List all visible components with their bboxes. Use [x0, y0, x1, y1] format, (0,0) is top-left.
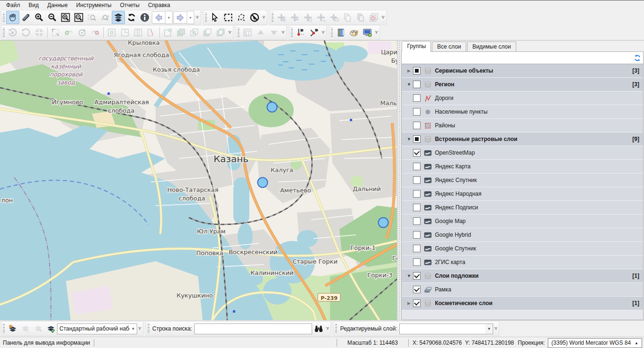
layer-tree-row[interactable]: Дороги [402, 91, 643, 105]
display-settings-button[interactable] [361, 26, 374, 39]
layer-tree-row[interactable]: Яндекс Спутник [402, 174, 643, 187]
tab-Группы[interactable]: Группы [402, 41, 431, 52]
overflow-icon[interactable]: ▼ [195, 11, 200, 24]
toolbar-grip[interactable] [272, 13, 273, 22]
layer-tree-row[interactable]: Яндекс Подписи [402, 201, 643, 215]
overflow-icon[interactable]: ▼ [321, 26, 326, 39]
snap-vertex-button[interactable] [307, 26, 321, 39]
zoom-in-button[interactable] [33, 11, 46, 24]
map-info-button[interactable] [138, 11, 151, 24]
expander-icon[interactable]: ▼ [405, 82, 413, 87]
overflow-icon[interactable]: ▼ [281, 26, 286, 39]
layer-checkbox[interactable] [413, 94, 421, 102]
history-forward-dropdown[interactable]: ▼ [187, 11, 194, 24]
pointer-select-button[interactable] [208, 11, 222, 24]
layer-checkbox[interactable] [413, 67, 421, 75]
layer-checkbox[interactable] [413, 299, 421, 307]
layer-checkbox[interactable] [413, 272, 421, 280]
layer-checkbox[interactable] [413, 204, 421, 211]
crop-region-button[interactable] [49, 26, 62, 39]
region-border-button[interactable] [118, 26, 132, 39]
zoom-in-region-button[interactable] [59, 11, 72, 24]
palette-button[interactable] [347, 26, 361, 39]
toolbar-grip[interactable] [3, 28, 5, 37]
measure-tool-button[interactable] [19, 11, 33, 24]
layer-tree-row[interactable]: Яндекс Карта [402, 160, 643, 174]
zoom-out-button[interactable] [46, 11, 59, 24]
rect-select-button[interactable] [222, 11, 235, 24]
map-marker[interactable] [379, 218, 388, 228]
layer-tree-row[interactable]: ▼Слои подложки[1] [402, 269, 643, 283]
zoom-to-layer-button[interactable] [99, 11, 112, 24]
region-split-button[interactable] [132, 26, 145, 39]
toolbar-grip[interactable] [3, 13, 5, 22]
layer-checkbox[interactable] [413, 231, 421, 239]
add-xy-button[interactable] [314, 11, 328, 24]
menu-Справка[interactable]: Справка [144, 1, 174, 10]
toolbar-grip[interactable] [148, 324, 149, 333]
pan-hand-button[interactable] [6, 11, 19, 24]
zoom-to-selection-button[interactable] [85, 11, 99, 24]
attribute-table-button[interactable] [241, 26, 254, 39]
layer-checkbox[interactable] [413, 81, 421, 88]
map-canvas[interactable]: КрыловкаЯгодная слободаКозья слободаИгум… [0, 41, 397, 320]
search-input[interactable] [194, 323, 312, 334]
chevron-down-icon[interactable]: ▼ [485, 323, 493, 334]
arc-add-node-button[interactable] [62, 26, 75, 39]
search-button[interactable] [312, 323, 325, 335]
expander-icon[interactable]: ▶ [405, 301, 413, 306]
polygon-symdiff-button[interactable] [214, 26, 227, 39]
toolbar-grip[interactable] [3, 324, 5, 333]
add-rectangle-button[interactable] [328, 11, 341, 24]
layer-tree-row[interactable]: Районы [402, 119, 643, 133]
history-forward-button[interactable] [173, 11, 187, 24]
layer-checkbox[interactable] [413, 149, 421, 157]
move-up-button[interactable] [254, 26, 267, 39]
menu-Отчеты[interactable]: Отчеты [116, 1, 143, 10]
polygon-select-button[interactable] [235, 11, 248, 24]
projection-combo[interactable]: (3395) World Mercator WGS 84 ▲ [548, 338, 642, 348]
expander-icon[interactable]: ▼ [405, 137, 413, 141]
layer-checkbox[interactable] [413, 108, 421, 116]
tab-Все слои[interactable]: Все слои [432, 41, 466, 52]
overflow-icon[interactable]: ▼ [261, 11, 266, 24]
overflow-icon[interactable]: ▼ [374, 26, 379, 39]
edit-layer-combo[interactable] [399, 323, 485, 334]
layer-checkbox[interactable] [413, 217, 421, 225]
paste-objects-button[interactable] [354, 11, 367, 24]
notebook-button[interactable] [334, 26, 347, 39]
undo-rotate-button[interactable] [19, 26, 33, 39]
layer-checkbox[interactable] [413, 122, 421, 129]
layer-tree-row[interactable]: ▶Косметические слои[1] [402, 297, 643, 310]
layer-tree-row[interactable]: 2ГИС карта [402, 256, 643, 269]
zoom-out-region-button[interactable] [72, 11, 85, 24]
clear-selection-button[interactable] [248, 11, 261, 24]
add-point-button[interactable] [275, 11, 288, 24]
layer-checkbox[interactable] [413, 245, 421, 252]
region-add-button[interactable] [105, 26, 118, 39]
layer-checkbox[interactable] [413, 190, 421, 198]
refresh-map-button[interactable] [125, 11, 138, 24]
region-cut-button[interactable] [145, 26, 158, 39]
overflow-icon[interactable]: ▼ [380, 11, 386, 24]
layer-filter-input[interactable] [402, 53, 632, 63]
workset-combo[interactable]: Стандартный рабочий набор ▼ [57, 323, 137, 334]
layer-tree-row[interactable]: Рамка [402, 283, 643, 297]
workset-export-button[interactable] [32, 323, 44, 335]
rotate-object-button[interactable] [75, 26, 89, 39]
layer-tree-row[interactable]: Google Спутник [402, 242, 643, 256]
overflow-icon[interactable]: ▼ [227, 26, 232, 39]
history-back-button[interactable] [152, 11, 165, 24]
polygon-union-button[interactable] [174, 26, 188, 39]
layer-checkbox[interactable] [413, 135, 421, 143]
map-marker[interactable] [267, 102, 277, 112]
undo-x-button[interactable] [6, 26, 19, 39]
layer-tree-row[interactable]: Google Hybrid [402, 228, 643, 242]
workset-apply-button[interactable] [44, 323, 57, 335]
polygon-subtract-button[interactable] [201, 26, 214, 39]
polygon-intersect-button[interactable] [188, 26, 201, 39]
add-line-button[interactable] [288, 11, 301, 24]
layers-visibility-button[interactable] [112, 11, 125, 24]
refresh-layers-button[interactable] [632, 52, 643, 63]
arc-delete-node-button[interactable] [89, 26, 102, 39]
